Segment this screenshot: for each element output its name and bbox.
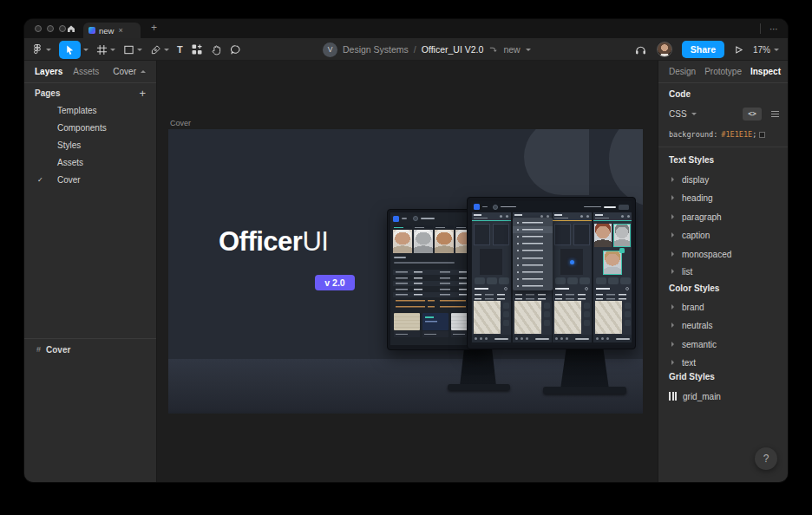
text-style-caption[interactable]: caption [658,229,788,241]
tab-layers[interactable]: Layers [35,67,62,76]
page-item-components[interactable]: Components [24,119,156,136]
mockup-text-dash [421,218,435,219]
page-item-templates[interactable]: Templates [24,101,156,119]
layer-label: Cover [46,345,70,355]
breadcrumb-filename[interactable]: Officer_UI V2.0 [422,44,484,55]
color-style-semantic[interactable]: semantic [658,338,788,350]
cover-frame[interactable]: OfficerUI v 2.0 [168,129,643,414]
mockup-column-header [553,212,592,221]
breadcrumb-team[interactable]: Design Systems [343,44,409,55]
mockup-gear-icon [625,287,629,290]
text-style-paragraph[interactable]: paragraph [658,211,788,223]
home-button[interactable] [64,23,78,35]
page-item-assets[interactable]: Assets [24,153,156,171]
resources-tool[interactable] [191,43,203,55]
help-button[interactable]: ? [755,447,777,470]
version-badge: v 2.0 [315,275,355,290]
more-options-icon[interactable]: ⋯ [769,24,779,34]
layer-item-cover-frame[interactable]: # Cover [24,340,156,359]
mockup-map-button [503,320,509,326]
code-language-row: CSS <> [669,107,779,121]
style-label: semantic [682,340,717,349]
tab-prototype[interactable]: Prototype [704,67,742,76]
code-language-select[interactable]: CSS [669,109,687,119]
new-tab-button[interactable]: + [151,22,157,34]
mockup-warning-row [393,304,478,310]
breadcrumb-branch[interactable]: new [503,44,520,55]
chevron-down-icon[interactable] [526,49,531,51]
text-style-heading[interactable]: heading [658,192,788,204]
present-play-icon[interactable] [734,45,743,55]
pen-tool[interactable] [150,44,169,55]
mockup-lane-column [553,212,592,342]
cover-title: OfficerUI [219,226,328,258]
canvas[interactable]: Cover OfficerUI v 2.0 [157,61,658,482]
mockup-context-menu [513,218,553,290]
color-style-brand[interactable]: brand [658,301,788,313]
text-tool[interactable]: T [177,44,183,55]
text-style-display[interactable]: display [658,173,788,186]
text-style-list[interactable]: list [658,265,788,277]
tab-design[interactable]: Design [669,67,696,76]
tool-group: T [31,38,249,61]
main-menu-button[interactable] [31,43,51,55]
mockup-table-row [393,287,478,292]
mockup-text-dash [501,206,516,208]
tab-inspect[interactable]: Inspect [750,67,781,76]
mockup-portrait [393,230,412,253]
headphones-icon[interactable] [634,43,647,56]
hand-tool[interactable] [211,44,222,55]
file-tab[interactable]: new × [83,23,141,38]
page-selector[interactable]: Cover [113,67,146,76]
frame-title-label[interactable]: Cover [170,119,191,127]
titlebar-right: ⋯ [760,19,779,38]
tab-assets[interactable]: Assets [73,67,99,76]
mockup-button [596,277,606,284]
tab-close-icon[interactable]: × [118,26,122,35]
mockup-button [580,277,590,284]
frame-icon [96,44,108,55]
figma-window: new × + ⋯ [24,19,788,482]
zoom-control[interactable]: 17% [753,45,779,55]
minimize-window-button[interactable] [47,25,54,32]
css-code-line[interactable]: background: #1E1E1E ; [669,130,765,139]
layers-divider [24,338,156,339]
code-view-toggle[interactable]: <> [743,108,762,121]
comment-tool[interactable] [230,44,241,55]
frame-tool[interactable] [96,44,115,55]
figma-file-icon [88,27,95,34]
mockup-username-dash [604,206,616,208]
decorative-circle [609,129,643,207]
close-window-button[interactable] [35,25,42,32]
mockup-notes-label [394,257,406,258]
mockup-photo-caption [414,225,433,229]
user-avatar[interactable] [657,42,672,57]
comment-bubble-icon [230,44,241,55]
mockup-menu-row [513,276,553,283]
style-label: monospaced [682,250,731,259]
mockup-portrait [594,224,612,247]
page-item-cover[interactable]: ✓ Cover [24,171,156,188]
text-style-monospaced[interactable]: monospaced [658,248,788,260]
mockup-menu-row [513,262,553,269]
grid-styles-header: Grid Styles [669,372,715,381]
color-style-neutrals[interactable]: neutrals [658,319,788,331]
add-page-button[interactable]: + [139,87,146,100]
titlebar-divider [760,23,761,34]
mockup-menu-dash [482,206,488,208]
page-item-styles[interactable]: Styles [24,136,156,153]
share-button[interactable]: Share [682,41,724,58]
mockup-app-icon [393,216,399,222]
mockup-menu-row [513,233,553,240]
mockup-button [620,277,631,284]
shape-tool[interactable] [123,44,142,55]
move-tool[interactable] [59,41,88,59]
page-item-label: Components [57,123,107,133]
mockup-menu-row [513,240,553,247]
grid-style-grid-main[interactable]: grid_main [669,389,721,403]
mockup-button [475,277,485,284]
color-style-text[interactable]: text [658,356,788,368]
mockup-data-row [555,293,589,297]
mockup-capture-box [560,249,583,275]
table-view-toggle[interactable] [771,111,779,117]
